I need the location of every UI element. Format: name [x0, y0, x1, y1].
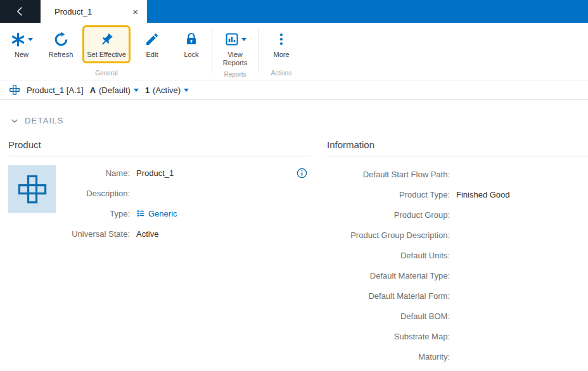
toolbar-group-general: New Refresh Set Effective [4, 24, 209, 80]
field-row-default-material-form: Default Material Form: [327, 286, 588, 306]
info-icon[interactable] [296, 167, 308, 179]
field-label: Universal State: [64, 229, 130, 239]
top-tab-bar: Product_1 × [0, 0, 588, 23]
view-reports-button-label: View Reports [216, 51, 254, 67]
field-row-default-material-type: Default Material Type: [327, 265, 588, 286]
edit-button[interactable]: Edit [134, 25, 170, 61]
field-label: Default Material Type: [327, 271, 450, 280]
field-row-universal-state: Universal State: Active [64, 223, 310, 244]
ellipsis-vertical-icon [274, 32, 289, 47]
edit-button-icon-wrap [144, 29, 160, 49]
lock-icon [184, 32, 199, 47]
back-button[interactable] [0, 0, 41, 23]
breadcrumb: Product_1 [A.1] A (Default) 1 (Active) [0, 80, 588, 100]
view-reports-button[interactable]: View Reports [215, 25, 255, 70]
lock-button[interactable]: Lock [174, 25, 209, 61]
field-row-description: Description: [64, 183, 310, 203]
information-panel: Information Default Start Flow Path: Pro… [327, 139, 588, 367]
field-label: Name: [64, 168, 130, 178]
refresh-icon [53, 32, 69, 47]
toolbar-buttons-actions: More [261, 24, 302, 68]
new-button-label: New [15, 51, 29, 59]
revision-value: A [90, 85, 96, 95]
field-label: Product Group: [327, 210, 450, 220]
product-icon [9, 84, 20, 96]
edit-button-label: Edit [146, 51, 158, 59]
view-reports-icon-wrap [224, 29, 246, 49]
revision-text: (Default) [99, 85, 131, 95]
chevron-down-icon [10, 116, 19, 125]
details-panels: Product Name: Product_1 [8, 139, 588, 367]
field-row-default-bom: Default BOM: [327, 306, 588, 326]
asterisk-icon [10, 32, 26, 47]
version-dropdown[interactable]: 1 (Active) [145, 85, 189, 95]
pencil-icon [144, 32, 160, 47]
more-button-label: More [273, 51, 289, 59]
toolbar-separator [258, 29, 259, 73]
toolbar: New Refresh Set Effective [0, 23, 588, 80]
chevron-down-icon [134, 89, 139, 92]
field-label: Default Material Form: [327, 291, 450, 301]
field-row-maturity: Maturity: [327, 346, 588, 367]
field-label: Type: [64, 209, 130, 218]
new-button[interactable]: New [4, 25, 39, 61]
topbar-fill [147, 0, 588, 23]
tab-title: Product_1 [54, 7, 130, 16]
product-icon [16, 173, 49, 206]
type-link-label: Generic [148, 209, 177, 218]
field-label: Product Group Description: [327, 230, 450, 240]
set-effective-icon-wrap [99, 29, 115, 49]
lock-button-icon-wrap [184, 29, 199, 49]
product-panel-body: Name: Product_1 Description: T [8, 163, 310, 244]
toolbar-buttons-general: New Refresh Set Effective [4, 24, 209, 68]
product-fields: Name: Product_1 Description: T [64, 163, 310, 244]
field-value: Product_1 [136, 168, 174, 178]
field-label: Product Type: [327, 190, 450, 199]
field-label: Default Start Flow Path: [327, 170, 450, 179]
toolbar-group-label-reports: Reports [215, 70, 255, 81]
field-label: Maturity: [327, 352, 450, 362]
field-row-product-group-description: Product Group Description: [327, 225, 588, 245]
breadcrumb-title: Product_1 [A.1] [27, 85, 84, 95]
information-panel-title: Information [327, 139, 588, 156]
bar-chart-icon [224, 32, 240, 47]
list-icon [136, 209, 145, 218]
field-row-default-units: Default Units: [327, 245, 588, 265]
field-label: Default Units: [327, 251, 450, 260]
product-panel-title: Product [8, 139, 310, 156]
product-panel: Product Name: Product_1 [8, 139, 310, 367]
more-button-icon-wrap [274, 29, 289, 49]
tab-close-icon[interactable]: × [130, 6, 141, 17]
information-fields: Default Start Flow Path: Product Type: F… [327, 164, 588, 367]
revision-dropdown[interactable]: A (Default) [90, 85, 139, 95]
chevron-down-icon [184, 89, 189, 92]
new-button-icon-wrap [10, 29, 33, 49]
field-label: Description: [64, 189, 130, 198]
lock-button-label: Lock [184, 51, 198, 59]
set-effective-button-label: Set Effective [87, 51, 126, 59]
chevron-down-icon [241, 38, 246, 41]
type-link[interactable]: Generic [136, 209, 177, 218]
toolbar-separator [212, 29, 212, 73]
version-text: (Active) [153, 85, 181, 95]
details-section-toggle[interactable]: DETAILS [10, 116, 588, 125]
refresh-button-label: Refresh [49, 51, 74, 59]
toolbar-group-label-general: General [4, 68, 209, 80]
field-value: Active [136, 229, 158, 239]
chevron-down-icon [28, 38, 33, 41]
field-value: Finished Good [456, 190, 510, 199]
more-button[interactable]: More [261, 25, 302, 61]
details-section-title: DETAILS [25, 116, 64, 125]
toolbar-group-label-actions: Actions [261, 68, 302, 80]
chevron-left-icon [13, 4, 27, 18]
field-row-product-type: Product Type: Finished Good [327, 184, 588, 204]
field-row-name: Name: Product_1 [64, 163, 310, 183]
tab-product-1[interactable]: Product_1 × [41, 0, 147, 23]
field-label: Default BOM: [327, 311, 450, 321]
field-row-substrate-map: Substrate Map: [327, 326, 588, 346]
refresh-button-icon-wrap [53, 29, 69, 49]
pin-icon [99, 32, 115, 47]
field-row-type: Type: Generic [64, 203, 310, 223]
refresh-button[interactable]: Refresh [43, 25, 79, 61]
set-effective-button[interactable]: Set Effective [82, 25, 131, 63]
